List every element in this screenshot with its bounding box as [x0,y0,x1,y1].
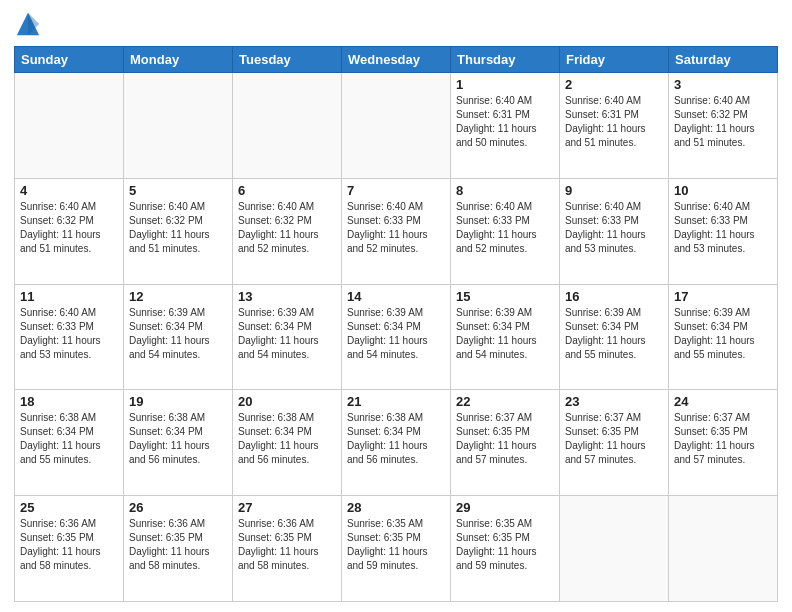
day-info: Sunrise: 6:37 AM Sunset: 6:35 PM Dayligh… [674,411,772,467]
day-info: Sunrise: 6:40 AM Sunset: 6:33 PM Dayligh… [674,200,772,256]
day-info: Sunrise: 6:40 AM Sunset: 6:33 PM Dayligh… [347,200,445,256]
day-number: 20 [238,394,336,409]
day-info: Sunrise: 6:40 AM Sunset: 6:32 PM Dayligh… [129,200,227,256]
calendar-cell: 7Sunrise: 6:40 AM Sunset: 6:33 PM Daylig… [342,178,451,284]
day-number: 5 [129,183,227,198]
calendar-cell: 22Sunrise: 6:37 AM Sunset: 6:35 PM Dayli… [451,390,560,496]
calendar-cell: 20Sunrise: 6:38 AM Sunset: 6:34 PM Dayli… [233,390,342,496]
week-row-1: 1Sunrise: 6:40 AM Sunset: 6:31 PM Daylig… [15,73,778,179]
day-info: Sunrise: 6:40 AM Sunset: 6:31 PM Dayligh… [565,94,663,150]
day-info: Sunrise: 6:38 AM Sunset: 6:34 PM Dayligh… [347,411,445,467]
day-info: Sunrise: 6:36 AM Sunset: 6:35 PM Dayligh… [129,517,227,573]
day-number: 22 [456,394,554,409]
day-number: 12 [129,289,227,304]
day-number: 6 [238,183,336,198]
day-info: Sunrise: 6:39 AM Sunset: 6:34 PM Dayligh… [674,306,772,362]
calendar-cell: 23Sunrise: 6:37 AM Sunset: 6:35 PM Dayli… [560,390,669,496]
day-number: 8 [456,183,554,198]
day-number: 9 [565,183,663,198]
day-number: 3 [674,77,772,92]
calendar-cell: 5Sunrise: 6:40 AM Sunset: 6:32 PM Daylig… [124,178,233,284]
calendar-cell: 10Sunrise: 6:40 AM Sunset: 6:33 PM Dayli… [669,178,778,284]
day-info: Sunrise: 6:40 AM Sunset: 6:32 PM Dayligh… [238,200,336,256]
calendar-cell: 8Sunrise: 6:40 AM Sunset: 6:33 PM Daylig… [451,178,560,284]
col-thursday: Thursday [451,47,560,73]
logo [14,10,46,38]
day-info: Sunrise: 6:36 AM Sunset: 6:35 PM Dayligh… [20,517,118,573]
col-wednesday: Wednesday [342,47,451,73]
calendar-cell: 2Sunrise: 6:40 AM Sunset: 6:31 PM Daylig… [560,73,669,179]
calendar-cell: 12Sunrise: 6:39 AM Sunset: 6:34 PM Dayli… [124,284,233,390]
day-number: 18 [20,394,118,409]
day-info: Sunrise: 6:39 AM Sunset: 6:34 PM Dayligh… [129,306,227,362]
day-number: 21 [347,394,445,409]
calendar-cell [233,73,342,179]
calendar-cell: 11Sunrise: 6:40 AM Sunset: 6:33 PM Dayli… [15,284,124,390]
day-info: Sunrise: 6:39 AM Sunset: 6:34 PM Dayligh… [347,306,445,362]
day-info: Sunrise: 6:40 AM Sunset: 6:33 PM Dayligh… [456,200,554,256]
day-number: 15 [456,289,554,304]
day-info: Sunrise: 6:40 AM Sunset: 6:33 PM Dayligh… [20,306,118,362]
day-number: 1 [456,77,554,92]
day-number: 23 [565,394,663,409]
day-number: 13 [238,289,336,304]
day-info: Sunrise: 6:40 AM Sunset: 6:32 PM Dayligh… [20,200,118,256]
calendar-cell: 21Sunrise: 6:38 AM Sunset: 6:34 PM Dayli… [342,390,451,496]
calendar-cell: 25Sunrise: 6:36 AM Sunset: 6:35 PM Dayli… [15,496,124,602]
day-number: 25 [20,500,118,515]
day-number: 7 [347,183,445,198]
calendar-cell [342,73,451,179]
week-row-2: 4Sunrise: 6:40 AM Sunset: 6:32 PM Daylig… [15,178,778,284]
calendar-cell: 9Sunrise: 6:40 AM Sunset: 6:33 PM Daylig… [560,178,669,284]
calendar-cell: 26Sunrise: 6:36 AM Sunset: 6:35 PM Dayli… [124,496,233,602]
day-info: Sunrise: 6:39 AM Sunset: 6:34 PM Dayligh… [456,306,554,362]
day-info: Sunrise: 6:35 AM Sunset: 6:35 PM Dayligh… [456,517,554,573]
day-info: Sunrise: 6:39 AM Sunset: 6:34 PM Dayligh… [238,306,336,362]
col-saturday: Saturday [669,47,778,73]
week-row-4: 18Sunrise: 6:38 AM Sunset: 6:34 PM Dayli… [15,390,778,496]
calendar-cell: 18Sunrise: 6:38 AM Sunset: 6:34 PM Dayli… [15,390,124,496]
day-info: Sunrise: 6:39 AM Sunset: 6:34 PM Dayligh… [565,306,663,362]
day-number: 17 [674,289,772,304]
col-tuesday: Tuesday [233,47,342,73]
day-info: Sunrise: 6:40 AM Sunset: 6:31 PM Dayligh… [456,94,554,150]
calendar-cell: 4Sunrise: 6:40 AM Sunset: 6:32 PM Daylig… [15,178,124,284]
calendar-cell: 19Sunrise: 6:38 AM Sunset: 6:34 PM Dayli… [124,390,233,496]
days-header-row: Sunday Monday Tuesday Wednesday Thursday… [15,47,778,73]
calendar-cell: 13Sunrise: 6:39 AM Sunset: 6:34 PM Dayli… [233,284,342,390]
col-monday: Monday [124,47,233,73]
calendar-cell: 17Sunrise: 6:39 AM Sunset: 6:34 PM Dayli… [669,284,778,390]
calendar-cell [124,73,233,179]
calendar-cell: 29Sunrise: 6:35 AM Sunset: 6:35 PM Dayli… [451,496,560,602]
day-number: 29 [456,500,554,515]
calendar-cell [560,496,669,602]
calendar-cell: 15Sunrise: 6:39 AM Sunset: 6:34 PM Dayli… [451,284,560,390]
day-number: 28 [347,500,445,515]
col-friday: Friday [560,47,669,73]
calendar-cell [669,496,778,602]
day-number: 26 [129,500,227,515]
day-number: 19 [129,394,227,409]
day-info: Sunrise: 6:37 AM Sunset: 6:35 PM Dayligh… [456,411,554,467]
day-number: 14 [347,289,445,304]
calendar-cell: 27Sunrise: 6:36 AM Sunset: 6:35 PM Dayli… [233,496,342,602]
week-row-3: 11Sunrise: 6:40 AM Sunset: 6:33 PM Dayli… [15,284,778,390]
day-info: Sunrise: 6:40 AM Sunset: 6:32 PM Dayligh… [674,94,772,150]
day-info: Sunrise: 6:38 AM Sunset: 6:34 PM Dayligh… [238,411,336,467]
calendar-cell: 14Sunrise: 6:39 AM Sunset: 6:34 PM Dayli… [342,284,451,390]
day-number: 10 [674,183,772,198]
day-info: Sunrise: 6:35 AM Sunset: 6:35 PM Dayligh… [347,517,445,573]
logo-icon [14,10,42,38]
day-info: Sunrise: 6:36 AM Sunset: 6:35 PM Dayligh… [238,517,336,573]
day-info: Sunrise: 6:38 AM Sunset: 6:34 PM Dayligh… [20,411,118,467]
calendar-cell: 3Sunrise: 6:40 AM Sunset: 6:32 PM Daylig… [669,73,778,179]
calendar-cell: 24Sunrise: 6:37 AM Sunset: 6:35 PM Dayli… [669,390,778,496]
col-sunday: Sunday [15,47,124,73]
day-info: Sunrise: 6:38 AM Sunset: 6:34 PM Dayligh… [129,411,227,467]
day-number: 27 [238,500,336,515]
calendar-cell [15,73,124,179]
calendar-table: Sunday Monday Tuesday Wednesday Thursday… [14,46,778,602]
page: Sunday Monday Tuesday Wednesday Thursday… [0,0,792,612]
header [14,10,778,38]
day-info: Sunrise: 6:40 AM Sunset: 6:33 PM Dayligh… [565,200,663,256]
